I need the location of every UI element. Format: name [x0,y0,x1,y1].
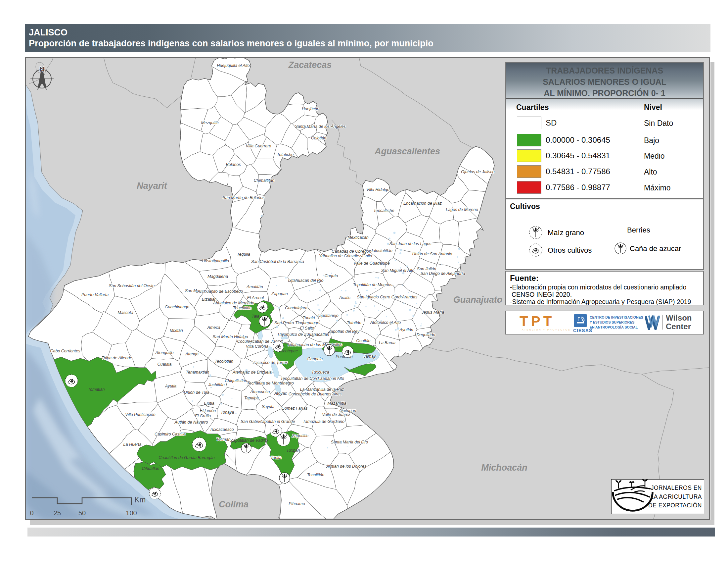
svg-text:Chiquilistlán: Chiquilistlán [225,379,247,383]
svg-text:San Cristóbal de la Barranca: San Cristóbal de la Barranca [251,259,304,264]
svg-text:Pihuamo: Pihuamo [289,501,305,506]
svg-text:Tonaya: Tonaya [221,410,234,415]
svg-text:San Julián: San Julián [417,266,436,271]
svg-text:San Diego de Alejandría: San Diego de Alejandría [420,271,465,276]
svg-text:Tonila: Tonila [271,455,282,460]
svg-text:La Huerta: La Huerta [123,442,142,447]
svg-text:Villa Purificación: Villa Purificación [125,412,156,417]
svg-text:Amacueca: Amacueca [250,390,270,394]
svg-text:Chimaltitán: Chimaltitán [254,178,275,183]
svg-text:San Marcos: San Marcos [185,289,207,293]
svg-text:Tolimán: Tolimán [216,437,230,442]
svg-text:Cocula: Cocula [237,339,250,344]
svg-text:Ameca: Ameca [207,325,220,330]
svg-text:Colotlán: Colotlán [311,136,326,140]
svg-text:Atemajac de Brizuela: Atemajac de Brizuela [232,370,272,375]
svg-text:Ayotlán: Ayotlán [399,328,413,332]
svg-text:Mezquitic: Mezquitic [201,120,219,125]
svg-text:Puerto Vallarta: Puerto Vallarta [81,293,109,297]
svg-text:Atenguillo: Atenguillo [155,351,174,355]
svg-text:Ejutla: Ejutla [204,401,214,406]
svg-text:Zapopan: Zapopan [271,292,288,296]
svg-text:Tequila: Tequila [237,252,250,257]
svg-text:Cuquío: Cuquío [325,273,338,278]
svg-text:Valle de Guadalupe: Valle de Guadalupe [353,261,389,265]
svg-text:Magdalena: Magdalena [207,274,228,279]
svg-text:Cuautitlán de García Barragán: Cuautitlán de García Barragán [159,455,215,460]
svg-text:Arandas: Arandas [402,295,418,300]
svg-text:100: 100 [126,509,137,517]
svg-text:Michoacán: Michoacán [481,463,527,473]
svg-text:Tamazula de Gordiano: Tamazula de Gordiano [303,419,344,424]
svg-text:Tecolotlán: Tecolotlán [215,359,234,364]
svg-text:Tepatitlán de Morelos: Tepatitlán de Morelos [353,283,392,287]
svg-text:0: 0 [30,509,33,517]
svg-text:Colima: Colima [219,499,249,509]
svg-text:50: 50 [78,509,86,517]
svg-text:Ayutla: Ayutla [165,384,177,389]
svg-text:El Grullo: El Grullo [195,414,211,418]
svg-text:Atoyac: Atoyac [274,391,287,396]
svg-text:Tapalpa: Tapalpa [244,396,259,400]
svg-text:Jilotlán de los Dolores: Jilotlán de los Dolores [326,464,366,469]
svg-text:Talpa de Allende: Talpa de Allende [102,356,132,360]
svg-text:Nayarit: Nayarit [137,181,167,191]
svg-text:Santa María del Oro: Santa María del Oro [331,440,368,445]
svg-text:El Limón: El Limón [200,408,216,413]
svg-text:Tomatlán: Tomatlán [88,387,105,392]
svg-text:Cabo Corrientes: Cabo Corrientes [50,349,80,353]
svg-text:Techaluta de Montenegro: Techaluta de Montenegro [247,381,294,386]
svg-text:Huejuquilla el Alto: Huejuquilla el Alto [217,63,250,68]
svg-text:Tuxpan: Tuxpan [287,448,300,453]
svg-text:Zapotiltic: Zapotiltic [292,434,309,438]
svg-text:Unión de San Antonio: Unión de San Antonio [412,252,452,256]
svg-text:Hostotipaquillo: Hostotipaquillo [202,258,229,263]
svg-text:La Manzanilla de la Paz: La Manzanilla de la Paz [300,387,344,392]
svg-text:San Martín Hidalgo: San Martín Hidalgo [212,335,248,339]
svg-text:Zapotlán del Rey: Zapotlán del Rey [328,329,360,334]
svg-text:Zacatecas: Zacatecas [288,60,332,70]
svg-text:Atotonilco el Alto: Atotonilco el Alto [370,320,401,325]
svg-text:Autlán de Navarro: Autlán de Navarro [174,420,208,425]
svg-text:25: 25 [54,509,61,517]
svg-text:Jamay: Jamay [363,354,376,359]
svg-text:Villa Hidalgo: Villa Hidalgo [366,187,389,192]
svg-text:Jesús María: Jesús María [421,310,444,315]
svg-text:El Salto: El Salto [300,326,314,331]
svg-text:San Pedro Tlaquepaque: San Pedro Tlaquepaque [274,321,319,325]
svg-text:Ixtlahuacán del Río: Ixtlahuacán del Río [288,278,323,283]
svg-text:Totatiche: Totatiche [277,152,294,157]
svg-text:Gómez Farías: Gómez Farías [281,406,307,411]
svg-text:Cuautla: Cuautla [157,362,171,367]
svg-text:Aguascalientes: Aguascalientes [374,146,440,156]
svg-text:Zacoalco de Torres: Zacoalco de Torres [252,360,288,365]
svg-text:Guanajuato: Guanajuato [453,295,503,305]
svg-text:Chapala: Chapala [307,357,323,361]
svg-text:Mexticacán: Mexticacán [347,235,368,240]
svg-text:San Ignacio Cerro Gordo: San Ignacio Cerro Gordo [357,295,403,300]
svg-text:Tuxcueca: Tuxcueca [311,370,329,375]
svg-text:Ojuelos de Jalisco: Ojuelos de Jalisco [461,169,494,174]
svg-text:Cañadas de Obregón: Cañadas de Obregón [332,249,371,254]
svg-text:Yahualica de González Gallo: Yahualica de González Gallo [319,254,372,258]
svg-text:Mazamitla: Mazamitla [328,401,346,406]
svg-text:Tizapán el Alto: Tizapán el Alto [317,376,344,381]
svg-text:Concepción de Buenos Aires: Concepción de Buenos Aires [289,392,342,397]
svg-text:Teuchitlán: Teuchitlán [233,306,252,310]
svg-text:Sayula: Sayula [262,404,274,409]
svg-text:Tuxcacuesco: Tuxcacuesco [210,427,234,432]
svg-text:Zapotlanejo: Zapotlanejo [316,313,338,318]
svg-text:Huejúcar: Huejúcar [302,107,319,111]
svg-text:San Sebastián del Oeste: San Sebastián del Oeste [109,284,155,288]
svg-text:Villa Guerrero: Villa Guerrero [246,144,271,148]
svg-text:La Barca: La Barca [379,341,395,345]
svg-text:Atengo: Atengo [185,352,199,356]
svg-text:Zapotlán el Grande: Zapotlán el Grande [259,419,295,424]
svg-text:Teocaltiche: Teocaltiche [374,208,394,213]
svg-text:Tala: Tala [251,314,259,319]
svg-text:Acatic: Acatic [339,296,351,300]
svg-text:Zapotitlán de Vadillo: Zapotitlán de Vadillo [230,438,268,443]
svg-text:Juchitlán: Juchitlán [208,383,224,387]
svg-text:Villa Corona: Villa Corona [246,344,268,349]
svg-text:Encarnación de Díaz: Encarnación de Díaz [403,201,442,206]
